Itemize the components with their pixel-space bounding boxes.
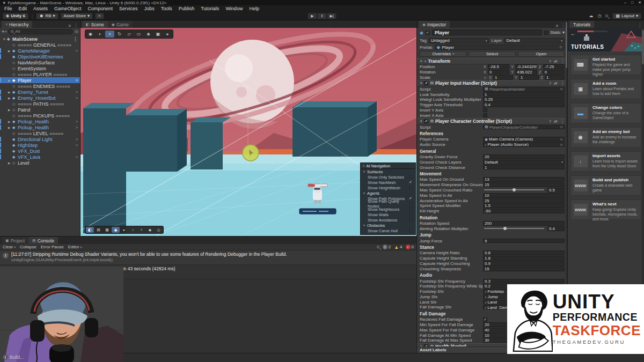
foldout-icon[interactable]: ▼ bbox=[3, 38, 7, 41]
warning-badge[interactable]: ▲4 bbox=[394, 245, 402, 249]
checkbox-icon[interactable] bbox=[409, 202, 413, 205]
status-message[interactable]: ! Build... bbox=[3, 354, 24, 360]
component-menu-icon[interactable]: ⋮ bbox=[560, 59, 565, 64]
tutorial-card-what-s-next[interactable]: wwwWhat's nextKeep going! Explore Unity … bbox=[570, 200, 641, 220]
checkbox-checked-icon[interactable]: ✓ bbox=[408, 180, 413, 184]
nav-option-show-navmesh[interactable]: Show NavMesh✓ bbox=[361, 180, 415, 185]
hierarchy-item-gamemanager[interactable]: ▶◆GameManager> bbox=[0, 48, 80, 54]
account-button[interactable]: ☻ RB ▾ bbox=[36, 13, 58, 19]
hierarchy-item-directional-light[interactable]: ◆Directional Light> bbox=[0, 136, 80, 142]
component-header-transform[interactable]: ▼+Transform?⇄⋮ bbox=[417, 58, 567, 64]
nav-option-show-avoidance[interactable]: Show Avoidance bbox=[361, 217, 415, 223]
console-search-icon[interactable] bbox=[377, 246, 379, 248]
max-speed-on-ground-input[interactable]: 13 bbox=[483, 177, 565, 182]
tutorial-card-build-and-publish[interactable]: wwwBuild and publishCreate a shareable w… bbox=[570, 175, 641, 196]
object-picker-icon[interactable]: ⊙ bbox=[560, 87, 563, 91]
checkbox-icon[interactable] bbox=[409, 218, 413, 221]
kill-height-input[interactable]: -50 bbox=[483, 209, 565, 213]
hierarchy-item-navmeshsurface[interactable]: ◇NavMeshSurface bbox=[0, 60, 80, 65]
foldout-icon[interactable]: ▶ bbox=[8, 108, 12, 112]
pause-button[interactable]: ‖ bbox=[318, 13, 327, 19]
object-picker-icon[interactable]: ⊙ bbox=[560, 143, 563, 147]
menu-gameobject[interactable]: GameObject bbox=[51, 5, 85, 12]
effects-tool-icon[interactable]: ▸ bbox=[120, 227, 128, 233]
zoom-tool-icon[interactable]: ○ bbox=[129, 227, 137, 233]
back-arrow-icon[interactable]: ← bbox=[570, 31, 576, 36]
custom-tool-icon[interactable]: ▸ bbox=[163, 31, 172, 38]
foldout-icon[interactable]: ▶ bbox=[8, 79, 12, 82]
presets-icon[interactable]: ⇄ bbox=[554, 59, 558, 64]
component-menu-icon[interactable]: ⋮ bbox=[560, 81, 565, 86]
nav-group-agents[interactable]: ▼Agents bbox=[361, 190, 415, 196]
prefab-chevron-icon[interactable]: > bbox=[76, 155, 80, 159]
tutorial-card-add-an-enemy-bot[interactable]: ◉Add an enemy botAdd an enemy to increas… bbox=[570, 127, 641, 147]
checkbox-icon[interactable] bbox=[409, 229, 413, 232]
rotation-x-field[interactable]: 0 bbox=[488, 70, 509, 75]
prefab-chevron-icon[interactable]: > bbox=[76, 96, 80, 100]
tag-dropdown[interactable]: Untagged▾ bbox=[429, 38, 489, 43]
capsule-height-standing-input[interactable]: 1.8 bbox=[483, 256, 565, 261]
menu-services[interactable]: Services bbox=[116, 5, 141, 12]
hierarchy-item-level[interactable]: ◇===== LEVEL ===== bbox=[0, 130, 80, 136]
presets-icon[interactable]: ⇄ bbox=[554, 81, 558, 86]
hierarchy-item-highstep[interactable]: ◆HighStep> bbox=[0, 142, 80, 148]
rotation-speed-input[interactable]: 200 bbox=[483, 221, 565, 226]
clear-button[interactable]: Clear▾ bbox=[3, 245, 16, 249]
scene-menu-icon[interactable]: ⋮ bbox=[73, 36, 80, 42]
menu-help[interactable]: Help bbox=[246, 5, 262, 12]
step-button[interactable]: ▶| bbox=[327, 13, 336, 19]
scale-x-field[interactable]: 1 bbox=[493, 75, 513, 80]
help-icon[interactable]: ? bbox=[549, 59, 551, 64]
prefab-chevron-icon[interactable]: > bbox=[76, 125, 80, 129]
rotation-z-field[interactable]: 0 bbox=[543, 70, 565, 75]
checkbox-icon[interactable] bbox=[409, 175, 413, 179]
tutorial-card-add-a-room[interactable]: ▣Add a roomLearn about Prefabs and how t… bbox=[570, 79, 641, 99]
minimize-button[interactable]: – bbox=[624, 1, 626, 5]
object-picker-icon[interactable]: ⊙ bbox=[560, 125, 563, 129]
nav-option-show-heightmesh[interactable]: Show HeightMesh bbox=[361, 185, 415, 190]
max-speed-crouched-ratio-value-field[interactable]: 0.5 bbox=[547, 188, 565, 193]
object-picker-icon[interactable]: ⊙ bbox=[559, 45, 562, 49]
alpha-sort-icon[interactable]: a bbox=[556, 23, 558, 28]
editor-button[interactable]: Editor▾ bbox=[68, 245, 82, 249]
foldout-icon[interactable]: ▶ bbox=[8, 161, 12, 165]
overlay-menu-tool-icon[interactable]: ◎ bbox=[155, 227, 163, 233]
orientation-tool-icon[interactable]: ◧ bbox=[86, 227, 94, 233]
tab-game[interactable]: ◉Game bbox=[108, 21, 133, 28]
nav-option-show-path-query-nodes[interactable]: Show Path Query Nodes bbox=[361, 201, 415, 206]
tab-console[interactable]: ▤Console bbox=[28, 237, 58, 244]
hierarchy-item-paths[interactable]: ◇===== PATHS ===== bbox=[0, 101, 80, 107]
tutorial-card-get-started[interactable]: ⌨Get startedPlaytest the game and make y… bbox=[570, 55, 641, 75]
foldout-icon[interactable]: ▼ bbox=[420, 120, 422, 123]
tab-project[interactable]: ▣Project bbox=[2, 237, 28, 244]
move-tool-icon[interactable]: + bbox=[105, 31, 114, 38]
foldout-icon[interactable]: ▼ bbox=[363, 170, 365, 173]
prefab-chevron-icon[interactable]: > bbox=[76, 90, 80, 94]
error-pause-button[interactable]: Error Pause bbox=[41, 245, 64, 249]
component-enabled-checkbox[interactable]: ✓ bbox=[424, 344, 428, 346]
foldout-icon[interactable]: ▶ bbox=[8, 91, 12, 94]
nav-option-show-walls[interactable]: Show Walls bbox=[361, 212, 415, 217]
max-speed-in-air-input[interactable]: 10 bbox=[483, 193, 565, 198]
tab-tutorials[interactable]: Tutorials bbox=[569, 21, 594, 28]
hierarchy-item-general[interactable]: ◇===== GENERAL ===== bbox=[0, 42, 80, 48]
slider-thumb[interactable] bbox=[513, 188, 516, 191]
menu-assets[interactable]: Assets bbox=[30, 5, 51, 12]
static-dropdown-icon[interactable]: ▾ bbox=[562, 30, 565, 35]
scene-visibility-icon[interactable]: ◎ bbox=[75, 29, 78, 34]
hierarchy-item-pickups[interactable]: ◇===== PICKUPS ===== bbox=[0, 113, 80, 119]
foldout-icon[interactable]: ▼ bbox=[420, 60, 422, 63]
alpha-sort-icon[interactable]: a bbox=[69, 23, 71, 28]
scale-y-field[interactable]: 1 bbox=[519, 75, 539, 80]
position-z-field[interactable]: -7.25 bbox=[543, 64, 565, 69]
open-button[interactable]: Open bbox=[518, 51, 565, 57]
hierarchy-item-enemy-hoverbot[interactable]: ▶◆Enemy_HoverBot> bbox=[0, 95, 80, 101]
aiming-rotation-multiplier-slider[interactable] bbox=[484, 228, 544, 229]
help-icon[interactable]: ? bbox=[549, 81, 551, 86]
error-badge[interactable]: !0 bbox=[406, 245, 414, 249]
player-camera-object-field[interactable]: ◉Main Camera (Camera)⊙ bbox=[483, 137, 565, 142]
menu-file[interactable]: File bbox=[1, 5, 16, 12]
scale-tool-icon[interactable]: ▱ bbox=[125, 31, 134, 38]
panel-menu-icon[interactable]: ⋮ bbox=[561, 23, 565, 28]
max-speed-crouched-ratio-slider[interactable] bbox=[484, 189, 544, 190]
